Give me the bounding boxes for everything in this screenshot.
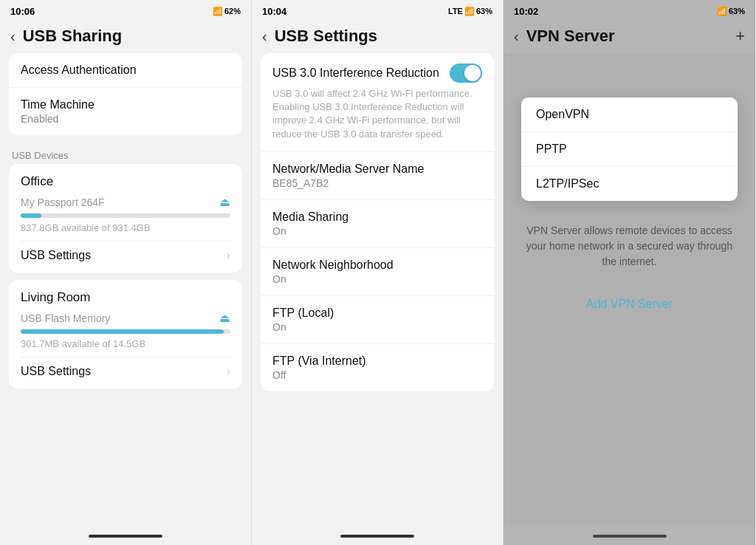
- panel2-title: USB Settings: [275, 27, 377, 46]
- usb30-title: USB 3.0 Interference Reduction: [272, 66, 439, 80]
- home-bar-panel3: [593, 535, 667, 538]
- back-button-panel1[interactable]: ‹: [10, 28, 16, 45]
- usb-settings-label-livingroom: USB Settings: [21, 365, 91, 378]
- time-machine-title: Time Machine: [21, 98, 230, 112]
- server-name-row[interactable]: Network/Media Server Name BE85_A7B2: [261, 152, 494, 200]
- vpn-openvpn-item[interactable]: OpenVPN: [521, 97, 738, 132]
- eject-icon-livingroom[interactable]: ⏏: [219, 311, 230, 325]
- time-machine-subtitle: Enabled: [21, 113, 230, 125]
- device-office-name: Office: [21, 174, 230, 189]
- vpn-description: VPN Server allows remote devices to acce…: [518, 223, 740, 270]
- progress-bar-bg-livingroom: [21, 329, 230, 334]
- wifi-icon-panel1: 📶: [213, 7, 223, 16]
- home-indicator-panel1: [0, 527, 251, 545]
- access-auth-title: Access Authentication: [21, 64, 230, 77]
- panel-usb-settings: 10:04 LTE 📶 63% ‹ USB Settings USB 3.0 I…: [252, 0, 504, 545]
- panel1-content: Access Authentication Time Machine Enabl…: [0, 53, 251, 527]
- time-panel2: 10:04: [262, 6, 286, 17]
- network-neighborhood-title: Network Neighborhood: [272, 258, 482, 272]
- status-bar-panel2: 10:04 LTE 📶 63%: [252, 0, 503, 21]
- battery-panel3: 63%: [729, 7, 745, 16]
- add-vpn-plus-button[interactable]: +: [735, 27, 745, 46]
- home-indicator-panel3: [504, 527, 755, 545]
- access-auth-item[interactable]: Access Authentication: [9, 53, 242, 88]
- device-office-card: Office My Passport 264F ⏏ 837.8GB availa…: [9, 164, 242, 272]
- chevron-icon-office: ›: [227, 249, 230, 262]
- device-office-usb-label: My Passport 264F: [21, 196, 105, 208]
- time-panel1: 10:06: [10, 6, 35, 17]
- panel2-content: USB 3.0 Interference Reduction USB 3.0 w…: [252, 53, 503, 527]
- ftp-local-value: On: [272, 321, 482, 333]
- lte-label-panel2: LTE: [448, 7, 463, 16]
- eject-icon-office[interactable]: ⏏: [219, 195, 230, 209]
- auth-time-card: Access Authentication Time Machine Enabl…: [9, 53, 242, 135]
- usb-devices-label: USB Devices: [0, 143, 251, 164]
- panel-usb-sharing: 10:06 📶 62% ‹ USB Sharing Access Authent…: [0, 0, 252, 545]
- ftp-local-row[interactable]: FTP (Local) On: [261, 296, 494, 344]
- vpn-l2tp-item[interactable]: L2TP/IPSec: [521, 167, 738, 201]
- usb-settings-label-office: USB Settings: [21, 249, 91, 262]
- battery-panel1: 62%: [224, 7, 241, 16]
- usb-settings-card: USB 3.0 Interference Reduction USB 3.0 w…: [261, 53, 494, 391]
- nav-bar-panel3: ‹ VPN Server +: [504, 21, 755, 53]
- device-livingroom-card: Living Room USB Flash Memory ⏏ 301.7MB a…: [9, 280, 242, 388]
- chevron-icon-livingroom: ›: [227, 365, 230, 378]
- status-bar-panel3: 10:02 📶 63%: [504, 0, 755, 21]
- ftp-internet-title: FTP (Via Internet): [272, 354, 482, 368]
- home-bar-panel1: [89, 535, 162, 538]
- ftp-internet-value: Off: [272, 369, 482, 381]
- device-livingroom-name: Living Room: [21, 290, 230, 305]
- status-bar-panel1: 10:06 📶 62%: [0, 0, 251, 21]
- signal-icons-panel1: 📶 62%: [213, 7, 241, 16]
- media-sharing-title: Media Sharing: [272, 210, 482, 224]
- back-button-panel3[interactable]: ‹: [514, 28, 519, 45]
- home-indicator-panel2: [252, 527, 503, 545]
- device-office-usb-row: My Passport 264F ⏏: [21, 195, 230, 209]
- battery-panel2: 63%: [476, 7, 492, 16]
- storage-info-livingroom: 301.7MB available of 14.5GB: [21, 338, 230, 349]
- wifi-icon-panel3: 📶: [717, 7, 727, 16]
- time-machine-item[interactable]: Time Machine Enabled: [9, 88, 242, 135]
- server-name-title: Network/Media Server Name: [272, 162, 482, 176]
- server-name-value: BE85_A7B2: [272, 177, 482, 189]
- progress-bar-bg-office: [21, 213, 230, 218]
- add-vpn-server-button[interactable]: Add VPN Server: [504, 290, 755, 318]
- home-bar-panel2: [340, 535, 414, 538]
- signal-icons-panel2: LTE 📶 63%: [448, 7, 492, 16]
- device-livingroom-usb-label: USB Flash Memory: [21, 312, 110, 324]
- vpn-type-dropdown[interactable]: OpenVPN PPTP L2TP/IPSec: [521, 97, 738, 201]
- usb30-header: USB 3.0 Interference Reduction: [272, 64, 482, 83]
- media-sharing-row[interactable]: Media Sharing On: [261, 200, 494, 248]
- signal-icons-panel3: 📶 63%: [717, 7, 745, 16]
- panel-vpn-server: 10:02 📶 63% ‹ VPN Server + OpenVPN PPTP …: [504, 0, 756, 545]
- progress-bar-fill-livingroom: [21, 329, 224, 334]
- ftp-internet-row[interactable]: FTP (Via Internet) Off: [261, 344, 494, 391]
- media-sharing-value: On: [272, 225, 482, 237]
- panel3-content: OpenVPN PPTP L2TP/IPSec VPN Server allow…: [504, 53, 755, 527]
- usb30-toggle[interactable]: [450, 64, 482, 83]
- usb-settings-row-office[interactable]: USB Settings ›: [21, 241, 230, 262]
- storage-info-office: 837.8GB available of 931.4GB: [21, 222, 230, 233]
- panel3-title: VPN Server: [526, 27, 615, 46]
- vpn-pptp-item[interactable]: PPTP: [521, 132, 738, 167]
- usb-settings-row-livingroom[interactable]: USB Settings ›: [21, 357, 230, 378]
- time-panel3: 10:02: [514, 6, 538, 17]
- network-neighborhood-value: On: [272, 273, 482, 285]
- progress-bar-fill-office: [21, 213, 41, 218]
- back-button-panel2[interactable]: ‹: [262, 28, 267, 45]
- usb30-setting-row[interactable]: USB 3.0 Interference Reduction USB 3.0 w…: [261, 53, 494, 152]
- nav-bar-panel2: ‹ USB Settings: [252, 21, 503, 53]
- usb30-desc: USB 3.0 will affect 2.4 GHz Wi-Fi perfor…: [272, 87, 482, 141]
- nav-bar-panel1: ‹ USB Sharing: [0, 21, 251, 53]
- panel1-title: USB Sharing: [23, 27, 122, 46]
- network-neighborhood-row[interactable]: Network Neighborhood On: [261, 248, 494, 296]
- device-livingroom-usb-row: USB Flash Memory ⏏: [21, 311, 230, 325]
- ftp-local-title: FTP (Local): [272, 306, 482, 320]
- wifi-icon-panel2: 📶: [464, 7, 475, 16]
